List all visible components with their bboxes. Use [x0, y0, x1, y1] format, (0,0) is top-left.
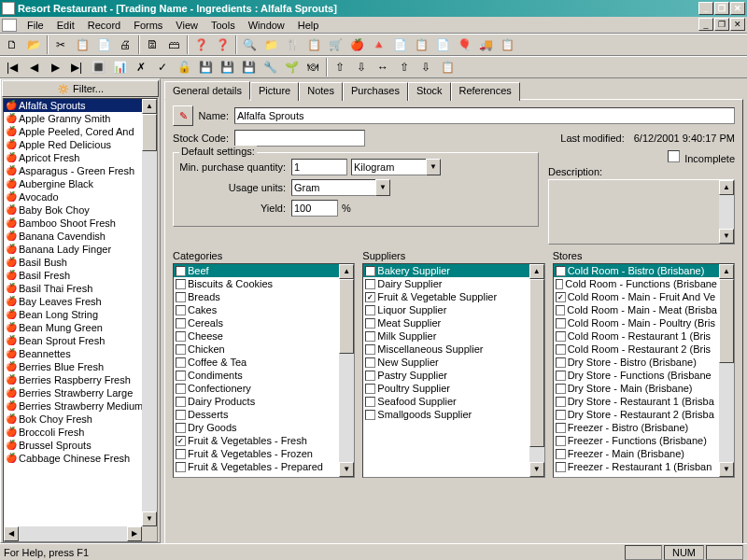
item-checkbox[interactable]	[365, 357, 375, 368]
toolbar-button[interactable]: 📄	[389, 35, 410, 55]
checklist-item[interactable]: Bakery Supplier	[363, 264, 529, 277]
checklist-item[interactable]: Beef	[174, 264, 339, 277]
menu-view[interactable]: View	[169, 18, 204, 33]
toolbar-button[interactable]: 📋	[437, 57, 458, 77]
scroll-thumb[interactable]	[142, 114, 157, 151]
name-input[interactable]	[234, 107, 735, 124]
checklist-item[interactable]: ✓Fruit & Vegetable Supplier	[363, 290, 529, 303]
menu-window[interactable]: Window	[242, 18, 291, 33]
item-checkbox[interactable]	[176, 292, 186, 302]
ingredient-item[interactable]: 🍎Basil Thai Fresh	[4, 282, 142, 295]
toolbar-button[interactable]: 📊	[109, 57, 130, 77]
tab-purchases[interactable]: Purchases	[343, 82, 408, 101]
cat-scrollbar[interactable]: ▲▼	[339, 264, 354, 477]
scroll-down-icon[interactable]: ▼	[719, 229, 734, 244]
stock-code-input[interactable]	[234, 130, 365, 147]
edit-name-button[interactable]: ✎	[173, 105, 193, 126]
checklist-item[interactable]: Desserts	[174, 408, 339, 421]
toolbar-button[interactable]: ❓	[212, 35, 233, 55]
item-checkbox[interactable]	[556, 462, 566, 472]
ingredient-item[interactable]: 🍎Basil Fresh	[4, 269, 142, 282]
toolbar-button[interactable]: ⇩	[416, 57, 436, 77]
toolbar-button[interactable]: ✂	[50, 35, 71, 55]
checklist-item[interactable]: Freezer - Bistro (Brisbane)	[554, 421, 719, 434]
item-checkbox[interactable]	[556, 344, 566, 355]
checklist-item[interactable]: Meat Supplier	[363, 316, 529, 329]
scroll-left-icon[interactable]: ◀	[4, 526, 19, 541]
checklist-item[interactable]: Cold Room - Restaurant 2 (Bris	[554, 343, 719, 356]
item-checkbox[interactable]	[176, 266, 186, 276]
item-checkbox[interactable]	[556, 384, 566, 394]
mdi-restore-button[interactable]: ❐	[714, 18, 729, 31]
checklist-item[interactable]: Dairy Supplier	[363, 277, 529, 290]
checklist-item[interactable]: Cheese	[174, 329, 339, 343]
checklist-item[interactable]: Cold Room - Functions (Brisbane	[554, 277, 719, 290]
toolbar-button[interactable]: 🎈	[454, 35, 474, 55]
toolbar-button[interactable]: 🔳	[88, 57, 108, 77]
min-purchase-unit-combo[interactable]	[351, 159, 426, 175]
toolbar-button[interactable]: 📄	[93, 35, 114, 55]
ingredient-list[interactable]: 🍎Alfalfa Sprouts🍎Apple Granny Smith🍎Appl…	[3, 98, 158, 542]
incomplete-checkbox[interactable]	[668, 150, 680, 162]
ingredient-item[interactable]: 🍎Bok Choy Fresh	[4, 413, 142, 426]
sup-scrollbar[interactable]: ▲▼	[529, 264, 544, 477]
scroll-up-icon[interactable]: ▲	[142, 99, 157, 114]
checklist-item[interactable]: Dry Store - Restaurant 2 (Brisba	[554, 408, 719, 421]
item-checkbox[interactable]	[556, 371, 566, 381]
ingredient-item[interactable]: 🍎Apple Peeled, Cored And	[4, 125, 142, 138]
item-checkbox[interactable]	[556, 410, 566, 420]
checklist-item[interactable]: Cakes	[174, 303, 339, 316]
checklist-item[interactable]: Smallgoods Supplier	[363, 408, 529, 421]
ingredient-item[interactable]: 🍎Berries Raspberry Fresh	[4, 373, 142, 386]
toolbar-button[interactable]: 💾	[238, 57, 259, 77]
dropdown-icon[interactable]: ▼	[426, 159, 441, 175]
checklist-item[interactable]: Condiments	[174, 369, 339, 382]
menu-tools[interactable]: Tools	[204, 18, 242, 33]
checklist-item[interactable]: Freezer - Restaurant 1 (Brisban	[554, 460, 719, 473]
tab-general-details[interactable]: General details	[164, 81, 250, 100]
menu-help[interactable]: Help	[291, 18, 326, 33]
filter-button[interactable]: 🔅 Filter...	[2, 80, 159, 97]
checklist-item[interactable]: Biscuits & Cookies	[174, 277, 339, 290]
toolbar-button[interactable]: 📋	[497, 35, 517, 55]
ingredient-item[interactable]: 🍎Basil Bush	[4, 256, 142, 269]
checklist-item[interactable]: Seafood Supplier	[363, 395, 529, 408]
toolbar-button[interactable]: 🔧	[260, 57, 280, 77]
tab-picture[interactable]: Picture	[250, 82, 299, 101]
mdi-minimize-button[interactable]: _	[698, 18, 713, 31]
ingredient-item[interactable]: 🍎Alfalfa Sprouts	[4, 99, 142, 112]
ingredient-item[interactable]: 🍎Apple Red Delicious	[4, 138, 142, 151]
item-checkbox[interactable]	[365, 331, 375, 342]
toolbar-button[interactable]: 🖺	[142, 35, 162, 55]
ingredient-item[interactable]: 🍎Avocado	[4, 190, 142, 203]
checklist-item[interactable]: Dry Store - Bistro (Brisbane)	[554, 356, 719, 369]
maximize-button[interactable]: ❐	[714, 2, 729, 15]
toolbar-button[interactable]: 🍴	[282, 35, 303, 55]
checklist-item[interactable]: Breads	[174, 290, 339, 303]
list-scrollbar-h[interactable]: ◀ ▶	[4, 526, 142, 541]
item-checkbox[interactable]	[176, 344, 186, 355]
menu-edit[interactable]: Edit	[50, 18, 81, 33]
checklist-item[interactable]: Dry Store - Main (Brisbane)	[554, 382, 719, 395]
scroll-right-icon[interactable]: ▶	[127, 526, 142, 541]
ingredient-item[interactable]: 🍎Brussel Sprouts	[4, 439, 142, 452]
checklist-item[interactable]: Freezer - Main (Brisbane)	[554, 447, 719, 460]
min-purchase-qty-input[interactable]	[291, 159, 347, 175]
menu-record[interactable]: Record	[81, 18, 127, 33]
usage-units-combo[interactable]	[291, 179, 375, 196]
toolbar-button[interactable]: 🚚	[475, 35, 496, 55]
ingredient-item[interactable]: 🍎Baby Bok Choy	[4, 203, 142, 217]
toolbar-button[interactable]: 🔺	[368, 35, 388, 55]
item-checkbox[interactable]	[176, 318, 186, 329]
checklist-item[interactable]: Milk Supplier	[363, 329, 529, 343]
toolbar-button[interactable]: 📁	[261, 35, 281, 55]
toolbar-button[interactable]: ▶|	[66, 57, 87, 77]
toolbar-button[interactable]: 🌱	[281, 57, 302, 77]
ingredient-item[interactable]: 🍎Cabbage Chinese Fresh	[4, 452, 142, 465]
checklist-item[interactable]: Dry Store - Restaurant 1 (Brisba	[554, 395, 719, 408]
checklist-item[interactable]: ✓Cold Room - Main - Fruit And Ve	[554, 290, 719, 303]
desc-scrollbar[interactable]: ▲ ▼	[719, 180, 734, 244]
ingredient-item[interactable]: 🍎Bean Sprout Fresh	[4, 334, 142, 347]
scroll-up-icon[interactable]: ▲	[719, 180, 734, 195]
item-checkbox[interactable]	[176, 397, 186, 407]
